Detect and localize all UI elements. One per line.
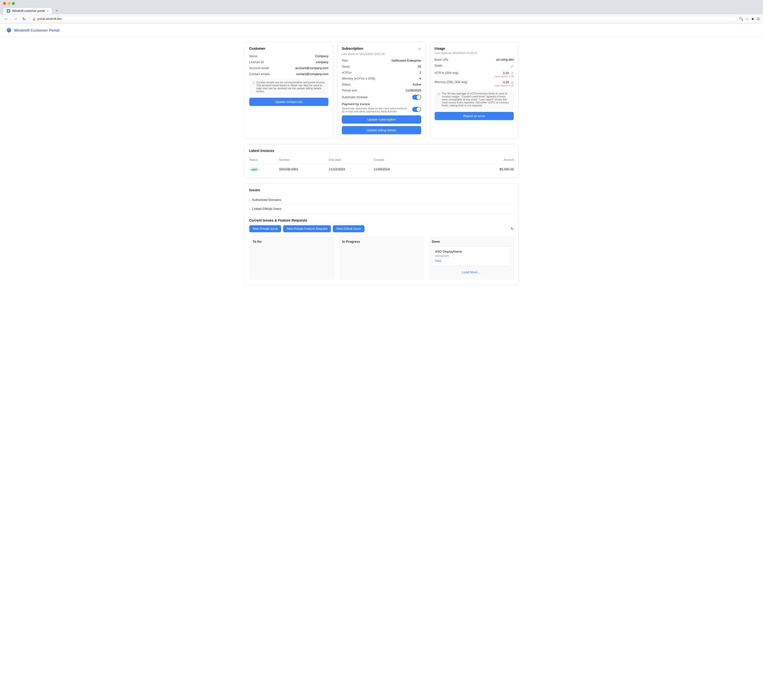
address-text: portal.windmill.dev	[37, 17, 62, 20]
subscription-card: Subscription ↻ Last check on 29/10/2024 …	[337, 42, 426, 139]
todo-column-title: To Do	[253, 240, 331, 244]
search-icon[interactable]: 🔍	[739, 17, 743, 21]
customer-info-box: ⓘ Contact emails are for communication a…	[249, 78, 329, 95]
customer-license-row: License ID company	[249, 61, 329, 64]
customer-account-email-row: Account email account@company.com	[249, 66, 329, 70]
invoice-row: paid 33415B-0001 11/10/2024 11/09/2024 $…	[249, 165, 514, 173]
traffic-lights	[3, 2, 760, 5]
usage-seats-row: Seats ✓	[435, 64, 514, 69]
auto-renewal-label: Automatic renewal	[342, 95, 367, 99]
new-private-issue-button[interactable]: New Private Issue	[249, 225, 281, 232]
update-billing-button[interactable]: Update billing details	[342, 126, 421, 134]
browser-chrome: Windmill customer portal × +	[0, 0, 763, 14]
memory-warning-icon: ⚠	[511, 81, 514, 84]
back-button[interactable]: ←	[3, 16, 10, 22]
customer-name-row: Name Company	[249, 55, 329, 58]
memory-row: Memory (vCPUs x 2GB) 4	[342, 77, 421, 80]
vcpus-row: vCPUs 2	[342, 71, 421, 74]
seats-row: Seats 20	[342, 65, 421, 69]
tab-favicon	[7, 9, 10, 12]
usage-vcpus-row: vCPUs (30d avg) 2.20 ⚠ Last report: 2.20	[435, 71, 514, 78]
memory-right: 4.25 ⚠ Last report: 4.25	[495, 80, 514, 87]
customer-info-text: Contact emails are for communication and…	[257, 81, 326, 93]
feature-request-buttons: New Private Issue New Private Feature Re…	[249, 225, 514, 232]
usage-seats-label: Seats	[435, 64, 443, 67]
name-value: Company	[315, 55, 329, 58]
extensions-icon[interactable]: ◾	[750, 17, 755, 21]
kanban-inprogress-column: In Progress	[339, 236, 425, 280]
auto-renewal-toggle[interactable]	[412, 95, 421, 100]
subscription-subtitle: Last check on 29/10/2024 19:01:24	[342, 53, 421, 55]
status-badge: paid	[249, 167, 260, 171]
usage-info-text: The 30-day average of vCPU/memory limits…	[442, 92, 511, 107]
seats-check-icon: ✓	[511, 64, 514, 69]
main-content: Customer Name Company License ID company…	[238, 37, 525, 295]
kanban-board: To Do In Progress Done SSO DisplayName 1…	[249, 236, 514, 280]
invoice-number: 33415B-0001	[279, 167, 329, 171]
contact-email-label: Contact emails	[249, 72, 270, 76]
memory-value: 4	[420, 77, 421, 80]
update-contact-info-button[interactable]: Update contact info	[249, 98, 329, 106]
vcpus-last-report: Last report: 2.20	[495, 75, 514, 78]
plan-value: Selfhosted Enterprise	[391, 59, 421, 62]
usage-memory-row: Memory (GB) (30d avg) 4.25 ⚠ Last report…	[435, 80, 514, 87]
feature-requests-section: Current Issues & Feature Requests New Pr…	[249, 218, 514, 280]
update-subscription-button[interactable]: Update subscription	[342, 116, 421, 123]
vcpus-right: 2.20 ⚠ Last report: 2.20	[495, 71, 514, 78]
sso-card-view-link[interactable]: View	[435, 259, 442, 262]
account-email-value: account@company.com	[295, 66, 328, 70]
col-number: Number	[279, 158, 329, 162]
reload-button[interactable]: ↻	[21, 16, 27, 22]
load-more-button[interactable]: Load More...	[432, 268, 511, 277]
traffic-light-red[interactable]	[3, 2, 6, 5]
new-private-feature-request-button[interactable]: New Private Feature Request	[283, 225, 331, 232]
period-end-row: Period end 11/09/2025	[342, 89, 421, 92]
new-github-issue-button[interactable]: New Github Issue	[333, 225, 365, 232]
payment-invoice-toggle[interactable]	[412, 107, 421, 112]
seats-value: 20	[418, 65, 421, 69]
forward-button[interactable]: →	[12, 16, 19, 22]
kanban-refresh-button[interactable]: ↻	[511, 227, 514, 231]
feature-requests-title: Current Issues & Feature Requests	[249, 218, 514, 222]
logo-icon	[6, 27, 12, 33]
subscription-refresh-icon[interactable]: ↻	[418, 47, 421, 51]
traffic-light-yellow[interactable]	[8, 2, 11, 5]
subscription-card-title: Subscription	[342, 47, 363, 50]
customer-contact-email-row: Contact emails contact@company.com	[249, 72, 329, 76]
base-url-row: Base URL url.comp.dev	[435, 58, 514, 61]
toolbar-actions: 🔍 ☆ ◾ ☰	[739, 17, 760, 21]
linked-github-users-label: Linked Github Users	[252, 207, 281, 211]
usage-card: Usage Last report on 29/10/2024 01:00:17…	[430, 42, 519, 139]
base-url-label: Base URL	[435, 58, 449, 61]
done-column-title: Done	[432, 240, 511, 244]
linked-github-users-item[interactable]: › Linked Github Users	[249, 205, 514, 213]
plan-label: Plan	[342, 59, 348, 62]
status-value: Active	[413, 83, 421, 86]
sso-card-title: SSO DisplayName	[435, 250, 507, 253]
period-end-value: 11/09/2025	[406, 89, 421, 92]
period-end-label: Period end	[342, 89, 357, 92]
customer-card-title: Customer	[249, 47, 329, 50]
seats-label: Seats	[342, 65, 350, 69]
bookmark-icon[interactable]: ☆	[745, 17, 749, 21]
invoices-table-header: Status Number Due date Created Amount	[249, 156, 514, 164]
usage-info-icon: ⓘ	[438, 92, 440, 107]
authorized-domains-item[interactable]: › Authorized Domains	[249, 195, 514, 205]
authorized-domains-label: Authorized Domains	[252, 198, 281, 202]
new-tab-button[interactable]: +	[53, 7, 60, 14]
tab-title: Windmill customer portal	[12, 9, 45, 12]
usage-card-title: Usage	[435, 47, 514, 50]
inprogress-column-title: In Progress	[342, 240, 421, 244]
usage-vcpus-label: vCPUs (30d avg)	[435, 71, 458, 75]
browser-tabs: Windmill customer portal × +	[3, 7, 760, 14]
address-bar[interactable]: 🔒 portal.windmill.dev	[29, 16, 737, 22]
browser-tab-active[interactable]: Windmill customer portal ×	[3, 8, 52, 14]
chevron-right-icon-2: ›	[249, 208, 250, 210]
traffic-light-green[interactable]	[12, 2, 15, 5]
kanban-todo-column: To Do	[249, 236, 335, 280]
payment-toggle-thumb	[417, 108, 421, 111]
report-error-button[interactable]: Report an error	[435, 112, 514, 120]
issues-title: Issues	[249, 188, 514, 192]
tab-close-button[interactable]: ×	[47, 9, 48, 12]
menu-icon[interactable]: ☰	[757, 17, 760, 21]
